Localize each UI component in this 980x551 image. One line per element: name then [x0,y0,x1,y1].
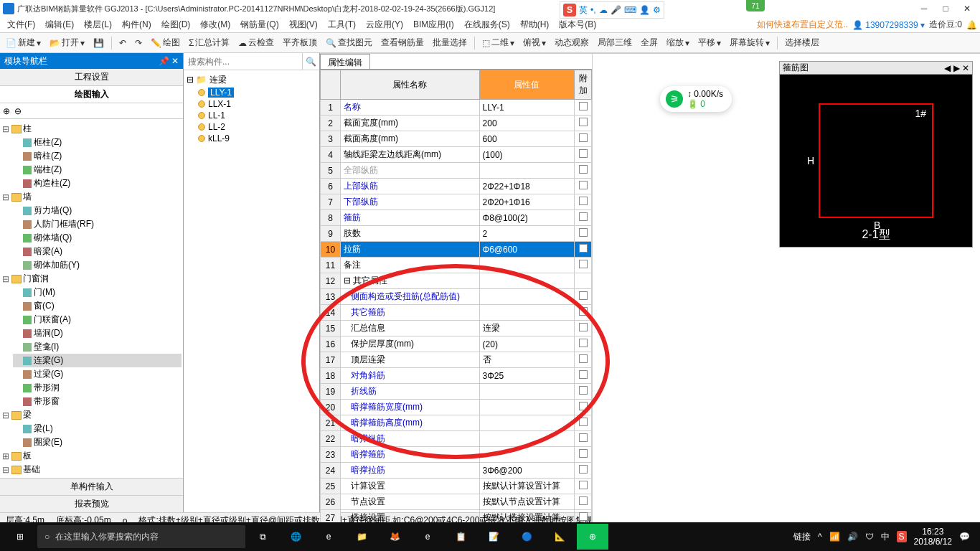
tray-sogou-icon[interactable]: S [897,531,907,542]
tray-wifi-icon[interactable]: 📶 [829,532,840,542]
property-row[interactable]: 14 其它箍筋 [321,305,592,321]
menu-edit[interactable]: 编辑(E) [41,17,78,32]
task-app-1[interactable]: 🌐 [280,524,311,550]
tree-item[interactable]: 端柱(Z) [13,163,182,176]
menu-cloud[interactable]: 云应用(Y) [362,17,407,32]
tab-report-preview[interactable]: 报表预览 [0,495,183,512]
floor-select-button[interactable]: 选择楼层 [782,35,822,50]
component-item[interactable]: LL-1 [185,110,318,121]
tree-item[interactable]: 框柱(Z) [13,136,182,149]
menu-bim[interactable]: BIM应用(I) [409,17,458,32]
property-row[interactable]: 9肢数2 [321,226,592,242]
help-link[interactable]: 如何快速布置自定义范.. [757,19,848,31]
tree-item[interactable]: 梁(L) [13,422,182,435]
property-row[interactable]: 21 暗撑箍筋高度(mm) [321,415,592,431]
tree-item[interactable]: 过梁(G) [13,367,182,381]
menu-help[interactable]: 帮助(H) [516,17,554,32]
component-item[interactable]: LLY-1 [185,87,318,98]
tab-draw-input[interactable]: 绘图输入 [0,86,183,103]
tree-item[interactable]: 连梁(G) [13,354,182,367]
task-app-7[interactable]: 📝 [478,524,509,550]
zoom-button[interactable]: 缩放 ▾ [664,35,692,50]
task-app-5[interactable]: e [412,524,443,550]
task-app-8[interactable]: 🔵 [511,524,542,550]
property-row[interactable]: 1名称LLY-1 [321,100,592,116]
start-button[interactable]: ⊞ [4,524,36,550]
property-row[interactable]: 3截面高度(mm)600 [321,131,592,147]
tree-item[interactable]: 窗(C) [13,299,182,313]
tab-single-input[interactable]: 单构件输入 [0,478,183,495]
component-item[interactable]: LL-2 [185,121,318,133]
property-row[interactable]: 4轴线距梁左边线距离(mm)(100) [321,147,592,163]
tree-item[interactable]: 砌体墙(Q) [13,231,182,245]
property-row[interactable]: 24 暗撑拉筋3Φ6@200 [321,463,592,479]
tray-up-icon[interactable]: ^ [818,532,822,542]
task-app-10[interactable]: ⊕ [577,524,608,550]
search-input[interactable] [184,53,302,70]
collapse-icon[interactable]: ⊖ [14,106,22,116]
property-row[interactable]: 25 计算设置按默认计算设置计算 [321,479,592,494]
task-app-2[interactable]: e [313,524,344,550]
tree-item[interactable]: 门(M) [13,286,182,299]
menu-tools[interactable]: 工具(T) [324,17,360,32]
diagram-controls[interactable]: ◀ ▶ ✕ [944,63,969,73]
task-app-6[interactable]: 📋 [445,524,476,550]
task-view-icon[interactable]: ⧉ [247,524,278,550]
new-button[interactable]: 📄 新建 ▾ [3,35,44,50]
redo-icon[interactable]: ↷ [132,37,145,50]
tray-clock[interactable]: 16:23 2018/6/12 [914,527,952,547]
property-row[interactable]: 17 顶层连梁否 [321,352,592,368]
tree-item[interactable]: 剪力墙(Q) [13,204,182,217]
orbit-button[interactable]: 动态观察 [552,35,592,50]
tab-project-settings[interactable]: 工程设置 [0,69,183,86]
tree-item[interactable]: 壁龛(I) [13,340,182,354]
tree-item[interactable]: 带形洞 [13,381,182,395]
property-row[interactable]: 5全部纵筋 [321,163,592,179]
menu-modify[interactable]: 修改(M) [196,17,235,32]
ime-toolbar[interactable]: S 英 •, ☁ 🎤 ⌨ 👤 ⚙ [560,1,664,19]
property-row[interactable]: 22 暗撑纵筋 [321,431,592,447]
tree-item[interactable]: 砌体加筋(Y) [13,258,182,272]
sum-button[interactable]: Σ 汇总计算 [186,35,232,50]
property-row[interactable]: 11备注 [321,258,592,273]
viewport[interactable]: 箍筋图 ◀ ▶ ✕ 1# H B 2-1型 [593,54,980,542]
dim-button[interactable]: ⬚ 二维 ▾ [479,35,517,50]
undo-icon[interactable]: ↶ [116,37,129,50]
draw-button[interactable]: ✏️绘图 [148,35,183,50]
search-button[interactable]: 🔍 [302,53,319,70]
property-table[interactable]: 属性名称 属性值 附加 1名称LLY-12截面宽度(mm)2003截面高度(mm… [320,70,592,542]
fullscreen-button[interactable]: 全屏 [638,35,661,50]
pan-button[interactable]: 平移 ▾ [695,35,724,50]
property-row[interactable]: 26 节点设置按默认节点设置计算 [321,494,592,510]
component-item[interactable]: kLL-9 [185,133,318,144]
menu-version[interactable]: 版本号(B) [555,17,600,32]
property-row[interactable]: 13 侧面构造或受扭筋(总配筋值) [321,289,592,305]
tree-item[interactable]: 墙洞(D) [13,326,182,340]
network-indicator[interactable]: ⚞ ↕ 0.00K/s 🔋 0 [660,86,732,112]
property-row[interactable]: 18 对角斜筋3Φ25 [321,368,592,384]
tray-volume-icon[interactable]: 🔊 [847,532,858,542]
open-button[interactable]: 📂 打开 ▾ [47,35,88,50]
component-item[interactable]: LLX-1 [185,98,318,110]
close-button[interactable]: ✕ [957,1,977,16]
tray-notification-icon[interactable]: 💬 [959,532,970,542]
rotate-button[interactable]: 屏幕旋转 ▾ [727,35,773,50]
property-row[interactable]: 19 折线筋 [321,384,592,400]
property-row[interactable]: 23 暗撑箍筋 [321,447,592,463]
tray-shield-icon[interactable]: 🛡 [865,532,874,542]
task-app-9[interactable]: 📐 [544,524,575,550]
tree-folder[interactable]: ⊟墙 [1,190,182,204]
tree-item[interactable]: 暗柱(Z) [13,149,182,163]
flat-button[interactable]: 平齐板顶 [280,35,320,50]
property-row[interactable]: 20 暗撑箍筋宽度(mm) [321,400,592,415]
find-button[interactable]: 🔍 查找图元 [323,35,375,50]
account-badge[interactable]: 👤 13907298339 ▾ [852,20,925,30]
property-row[interactable]: 12⊟ 其它属性 [321,273,592,289]
minimize-button[interactable]: ─ [914,1,934,16]
tree-item[interactable]: 门联窗(A) [13,313,182,326]
task-app-4[interactable]: 🦊 [379,524,410,550]
batch-button[interactable]: 批量选择 [430,35,470,50]
top-view-button[interactable]: 俯视 ▾ [520,35,549,50]
menu-component[interactable]: 构件(N) [118,17,156,32]
tray-link[interactable]: 链接 [793,531,811,543]
